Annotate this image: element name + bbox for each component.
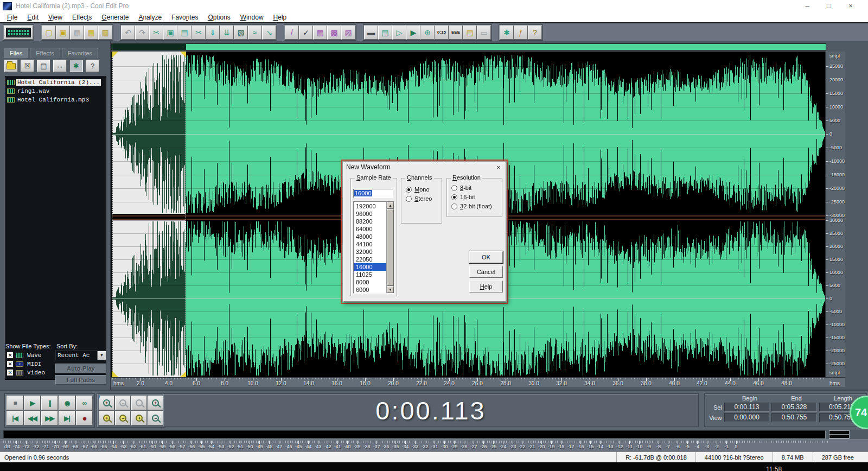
sample-rate-option[interactable]: 96000: [354, 210, 386, 218]
scroll-up-icon[interactable]: ▲: [387, 202, 394, 209]
fast-forward-button[interactable]: ▶▶: [41, 411, 58, 425]
sample-rate-list[interactable]: 1920009600088200640004800044100320002205…: [353, 201, 394, 294]
file-list-item[interactable]: Hotel California.mp3: [5, 96, 106, 104]
delete-silence-icon[interactable]: ✂: [149, 26, 163, 40]
time-display[interactable]: 0:00.113: [375, 396, 486, 425]
db-scale-ruler[interactable]: dB-74-73-72-71-70-69-68-67-66-65-64-63-6…: [0, 440, 868, 451]
play-window-icon[interactable]: ▶: [406, 26, 420, 40]
vertical-zoom-in-button[interactable]: ↕+: [148, 396, 163, 410]
amplitude-ruler[interactable]: smpl2500020000150001000050000-5000-10000…: [825, 52, 845, 377]
filter-settings-button[interactable]: ✱: [69, 60, 83, 72]
cue-list-icon[interactable]: ▷: [392, 26, 406, 40]
menu-favorites[interactable]: Favorites: [167, 12, 203, 22]
scrollbar-thumb[interactable]: [387, 209, 394, 286]
menu-window[interactable]: Window: [235, 12, 269, 22]
open-file-icon[interactable]: ▣: [56, 26, 70, 40]
send-magnifier-icon[interactable]: ↘: [262, 26, 276, 40]
menu-analyze[interactable]: Analyze: [133, 12, 167, 22]
copy-icon[interactable]: ▤: [177, 26, 192, 40]
menu-edit[interactable]: Edit: [22, 12, 43, 22]
spectral-view-icon[interactable]: ▧: [234, 26, 248, 40]
sample-rate-option[interactable]: 8000: [354, 278, 386, 286]
blank-window-icon[interactable]: ▭: [477, 26, 491, 40]
go-to-end-button[interactable]: ▶|: [59, 411, 75, 425]
save-as-icon[interactable]: ▦: [84, 26, 98, 40]
maximize-button[interactable]: □: [818, 1, 840, 11]
sample-rate-option[interactable]: 11025: [354, 271, 386, 278]
time-field[interactable]: 0:05.328: [771, 403, 816, 412]
pencil-wave-icon[interactable]: /: [285, 26, 299, 40]
sample-rate-option[interactable]: 44100: [354, 240, 386, 248]
play-looped-button[interactable]: ◉: [59, 396, 75, 410]
chevron-down-icon[interactable]: ▼: [97, 351, 106, 360]
record-button[interactable]: ●: [76, 411, 93, 425]
file-options-button[interactable]: ▤: [37, 60, 50, 72]
level-bars-icon[interactable]: ▤: [463, 26, 477, 40]
group-waveform-2-icon[interactable]: ▩: [327, 26, 341, 40]
resolution-option-32-bit-float-[interactable]: 32-bit (float): [451, 202, 502, 211]
scroll-down-icon[interactable]: ▼: [387, 286, 394, 293]
close-file-button[interactable]: ☒: [21, 60, 34, 72]
channels-option-mono[interactable]: Mono: [406, 185, 442, 194]
resolution-option-16-bit[interactable]: 16-bit: [451, 193, 502, 201]
menu-file[interactable]: File: [2, 12, 22, 22]
eq-list-icon[interactable]: ▤: [378, 26, 392, 40]
tab-effects[interactable]: Effects: [30, 48, 60, 58]
menu-effects[interactable]: Effects: [67, 12, 97, 22]
help-icon[interactable]: ?: [528, 26, 542, 40]
cut-icon[interactable]: ✂: [192, 26, 206, 40]
sample-rate-option[interactable]: 16000: [354, 263, 386, 271]
stop-button[interactable]: ■: [7, 396, 23, 410]
checkbox-wave[interactable]: ✕: [7, 352, 14, 359]
trim-icon[interactable]: ▣: [163, 26, 177, 40]
rewind-button[interactable]: ◀◀: [24, 411, 41, 425]
checkbox-video[interactable]: ✕: [7, 369, 14, 376]
new-file-icon[interactable]: ▢: [42, 26, 56, 40]
save-file-icon[interactable]: ▦: [70, 26, 84, 40]
sample-rate-option[interactable]: 32000: [354, 248, 386, 256]
open-folder-button[interactable]: [4, 60, 18, 72]
redo-icon[interactable]: ↷: [135, 26, 149, 40]
panel-grip[interactable]: [705, 398, 706, 423]
paste-mix-icon[interactable]: ⇊: [220, 26, 234, 40]
help-button[interactable]: Help: [469, 281, 503, 292]
level-meter[interactable]: [3, 430, 826, 439]
menu-generate[interactable]: Generate: [97, 12, 133, 22]
checkbox-midi[interactable]: ✕: [7, 360, 14, 367]
tab-files[interactable]: Files: [4, 48, 28, 58]
group-waveform-3-icon[interactable]: ▨: [341, 26, 355, 40]
time-window-icon[interactable]: 0:15: [435, 26, 449, 40]
group-waveform-1-icon[interactable]: ▦: [313, 26, 327, 40]
file-list-item[interactable]: ring1.wav: [5, 87, 106, 96]
zoom-in-button[interactable]: +: [99, 396, 114, 410]
undo-icon[interactable]: ↶: [121, 26, 135, 40]
effects-sparkle-icon[interactable]: ≈: [248, 26, 262, 40]
close-icon[interactable]: ×: [494, 163, 503, 171]
time-field[interactable]: 0:00.113: [724, 403, 769, 412]
cancel-button[interactable]: Cancel: [469, 266, 503, 278]
checkbox-icon[interactable]: ✓: [299, 26, 313, 40]
sample-rate-option[interactable]: 64000: [354, 225, 386, 233]
auto-play-button[interactable]: Auto-Play: [55, 364, 106, 373]
sample-rate-option[interactable]: 22050: [354, 256, 386, 263]
time-display-panel[interactable]: 0:00.113: [163, 393, 699, 427]
play-button[interactable]: ▶: [24, 396, 41, 410]
full-paths-button[interactable]: Full Paths: [55, 375, 106, 385]
resolution-option-8-bit[interactable]: 8-bit: [451, 183, 502, 192]
ok-button[interactable]: OK: [469, 251, 503, 263]
timeline-ruler[interactable]: hms2.04.06.08.010.012.014.016.018.020.02…: [111, 377, 845, 387]
insert-wave-button[interactable]: ↔: [53, 60, 67, 72]
sample-rate-option[interactable]: 48000: [354, 233, 386, 240]
file-list[interactable]: Hotel California (2)...ring1.wavHotel Ca…: [5, 76, 106, 380]
time-field[interactable]: 0:00.000: [724, 413, 769, 422]
time-field[interactable]: 0:50.755: [771, 413, 816, 422]
zoom-window-icon[interactable]: ⊕: [420, 26, 435, 40]
pause-button[interactable]: ∥: [41, 396, 58, 410]
tab-favorites[interactable]: Favorites: [62, 48, 98, 58]
scripts-icon[interactable]: ƒ: [514, 26, 528, 40]
zoom-right-edge-button[interactable]: +: [131, 411, 147, 425]
minimize-button[interactable]: –: [796, 1, 818, 11]
sample-rate-input[interactable]: 16000: [353, 189, 393, 198]
menu-help[interactable]: Help: [269, 12, 292, 22]
sort-by-dropdown[interactable]: Recent Ac ▼: [55, 351, 106, 360]
